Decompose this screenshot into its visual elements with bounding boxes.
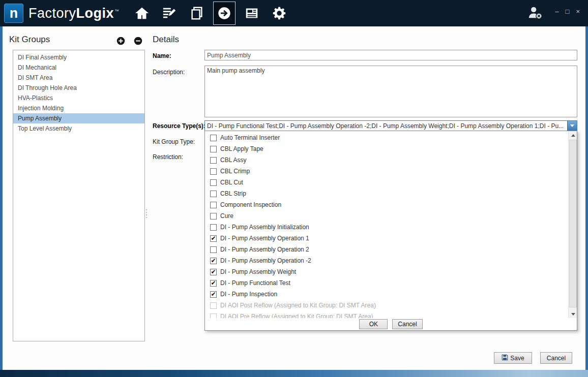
name-input[interactable] — [204, 50, 577, 60]
unchecked-checkbox-icon[interactable] — [210, 146, 217, 152]
resource-option[interactable]: CBL Crimp — [205, 166, 577, 177]
resource-option[interactable]: ✔DI - Pump Inspection — [205, 289, 577, 300]
resource-option[interactable]: CBL Cut — [205, 177, 577, 188]
resource-option-label: DI - Pump Assembly Operation 1 — [220, 235, 309, 242]
unchecked-checkbox-icon[interactable] — [210, 168, 217, 175]
resource-option[interactable]: Component Inspection — [205, 199, 577, 210]
resource-option-label: DI - Pump Inspection — [220, 291, 277, 298]
save-button[interactable]: Save — [494, 352, 532, 364]
resource-option-label: DI AOI Pre Reflow (Assigned to Kit Group… — [220, 313, 373, 318]
operations-icon[interactable] — [213, 2, 236, 25]
ok-button[interactable]: OK — [359, 319, 388, 329]
scroll-up-icon[interactable] — [569, 131, 577, 139]
resource-option-label: DI - Pump Assembly Weight — [220, 268, 296, 275]
checked-checkbox-icon[interactable]: ✔ — [210, 258, 217, 264]
kit-group-item[interactable]: DI Final Assembly — [13, 52, 144, 62]
kit-group-item[interactable]: DI SMT Area — [13, 73, 144, 83]
user-disconnect-icon[interactable] — [527, 5, 543, 22]
app-logo: n — [4, 4, 23, 23]
resource-option[interactable]: CBL Apply Tape — [205, 143, 577, 154]
kit-group-item[interactable]: DI Through Hole Area — [13, 83, 144, 93]
resource-option[interactable]: ✔DI - Pump Assembly Weight — [205, 266, 577, 277]
dropdown-cancel-button[interactable]: Cancel — [392, 319, 422, 329]
kit-group-item[interactable]: HVA-Plastics — [13, 93, 144, 103]
resource-types-value: DI - Pump Functional Test;DI - Pump Asse… — [205, 121, 567, 131]
kit-group-item[interactable]: DI Mechanical — [13, 62, 144, 73]
resource-option-label: CBL Apply Tape — [220, 145, 263, 152]
resource-option-label: CBL Assy — [220, 156, 247, 164]
description-label: Description: — [153, 69, 185, 76]
resource-option[interactable]: Auto Terminal Inserter — [205, 132, 577, 143]
resource-option-label: CBL Strip — [220, 190, 246, 197]
resource-option: DI AOI Post Reflow (Assigned to Kit Grou… — [205, 300, 577, 311]
unchecked-checkbox-icon[interactable] — [210, 224, 217, 231]
remove-kit-group-button[interactable] — [134, 37, 142, 45]
add-kit-group-button[interactable] — [116, 37, 125, 45]
resource-option-label: DI - Pump Assembly Operation -2 — [220, 257, 311, 264]
resource-types-combobox[interactable]: DI - Pump Functional Test;DI - Pump Asse… — [204, 120, 577, 131]
main-nav — [131, 2, 290, 25]
resource-option-label: DI - Pump Functional Test — [220, 279, 290, 287]
splitter-handle[interactable] — [146, 209, 147, 218]
kit-groups-list: DI Final AssemblyDI MechanicalDI SMT Are… — [13, 50, 145, 341]
unchecked-checkbox-icon — [210, 302, 217, 309]
unchecked-checkbox-icon[interactable] — [210, 213, 217, 219]
maximize-button[interactable]: □ — [566, 8, 570, 15]
resource-types-dropdown: Auto Terminal InserterCBL Apply TapeCBL … — [204, 131, 577, 331]
unchecked-checkbox-icon[interactable] — [210, 135, 217, 141]
resource-options-list: Auto Terminal InserterCBL Apply TapeCBL … — [205, 131, 577, 318]
resource-option-label: CBL Cut — [220, 179, 243, 186]
unchecked-checkbox-icon[interactable] — [210, 191, 217, 197]
unchecked-checkbox-icon[interactable] — [210, 157, 217, 164]
kit-group-item[interactable]: Pump Assembly — [13, 113, 144, 123]
checked-checkbox-icon[interactable]: ✔ — [210, 280, 217, 287]
chevron-down-icon[interactable] — [567, 121, 577, 131]
resource-option[interactable]: CBL Assy — [205, 154, 577, 166]
checked-checkbox-icon[interactable]: ✔ — [210, 235, 217, 242]
settings-gear-icon[interactable] — [268, 2, 290, 25]
close-button[interactable]: × — [576, 8, 580, 15]
checked-checkbox-icon[interactable]: ✔ — [210, 269, 217, 275]
resource-option[interactable]: ✔DI - Pump Assembly Operation 1 — [205, 233, 577, 244]
save-icon — [502, 354, 508, 362]
kit-groups-toolbar — [116, 37, 142, 45]
kit-groups-title: Kit Groups — [9, 35, 50, 45]
resource-option[interactable]: CBL Strip — [205, 188, 577, 199]
kit-group-type-label: Kit Group Type: — [153, 138, 195, 145]
brand-wordmark: FactoryLogix™ — [28, 6, 120, 21]
resource-option[interactable]: Cure — [205, 210, 577, 222]
unchecked-checkbox-icon[interactable] — [210, 246, 217, 253]
minimize-button[interactable]: – — [555, 8, 558, 15]
cancel-button[interactable]: Cancel — [540, 352, 572, 364]
resource-option[interactable]: DI - Pump Assembly Initialization — [205, 222, 577, 233]
home-icon[interactable] — [131, 2, 153, 25]
resource-option[interactable]: DI - Pump Assembly Operation 2 — [205, 244, 577, 255]
window-bottom-edge — [0, 370, 588, 377]
description-input[interactable]: Main pump assembly — [204, 66, 577, 117]
dropdown-button-row: OK Cancel — [205, 318, 577, 330]
resource-option-label: DI AOI Post Reflow (Assigned to Kit Grou… — [220, 302, 376, 309]
unchecked-checkbox-icon[interactable] — [210, 202, 217, 208]
checked-checkbox-icon[interactable]: ✔ — [210, 291, 217, 298]
scroll-down-icon[interactable] — [569, 310, 577, 318]
content-area: Kit Groups DI Final AssemblyDI Mechanica… — [3, 26, 585, 370]
titlebar: n FactoryLogix™ — [0, 0, 588, 26]
resource-types-label: Resource Type(s): — [153, 122, 205, 130]
scrollbar-thumb[interactable] — [569, 140, 577, 307]
window-controls: – □ × — [555, 8, 580, 15]
name-label: Name: — [153, 52, 171, 59]
logo-letter: n — [10, 6, 18, 21]
unchecked-checkbox-icon[interactable] — [210, 179, 217, 186]
kit-group-item[interactable]: Top Level Assembly — [13, 123, 144, 134]
resource-option[interactable]: ✔DI - Pump Functional Test — [205, 277, 577, 289]
resource-option-label: CBL Crimp — [220, 168, 250, 175]
reports-icon[interactable] — [241, 2, 263, 25]
resource-option[interactable]: ✔DI - Pump Assembly Operation -2 — [205, 255, 577, 266]
work-instructions-icon[interactable] — [158, 2, 181, 25]
unchecked-checkbox-icon — [210, 313, 217, 319]
restriction-label: Restriction: — [153, 153, 183, 161]
documents-icon[interactable] — [186, 2, 208, 25]
resource-option: DI AOI Pre Reflow (Assigned to Kit Group… — [205, 311, 577, 318]
scrollbar[interactable] — [568, 131, 577, 318]
kit-group-item[interactable]: Injection Molding — [13, 103, 144, 113]
